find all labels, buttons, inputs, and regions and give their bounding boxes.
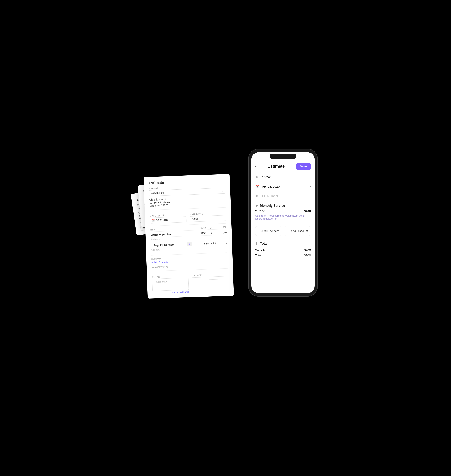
total-row-label: Total [255, 253, 262, 257]
add-discount-button[interactable]: + Add Discount [284, 226, 311, 236]
service-description: Quisquam modi sapiente voluptatem velit … [255, 214, 311, 220]
card3-date-input[interactable]: 📅 03.06.2019 [150, 216, 186, 223]
item1-tax: 2% [217, 231, 227, 234]
date-row[interactable]: 📅 Apr 08, 2020 ▾ [251, 182, 315, 191]
service-block: 🗑 Monthly Service ⋮ 2 $100 $200 Quisquam… [251, 201, 315, 223]
trash-icon-service: 🗑 [255, 204, 258, 207]
service-price-row: 2 $100 $200 [255, 209, 311, 213]
notch [270, 154, 296, 160]
item1-name: Monthly Service [150, 232, 188, 237]
terms-row: Terms Placeholder Set default terms Invo… [152, 271, 229, 294]
card3-estimate-input[interactable]: 22996 [189, 215, 226, 222]
card3-date-estimate-row: Date Issue 📅 03.06.2019 Estimate # 22996 [150, 210, 226, 223]
action-buttons: + Add Line Item + Add Discount [251, 223, 315, 239]
item2-tax: 7$ [219, 241, 227, 244]
estimate-number-value: 13057 [262, 175, 311, 179]
set-default-link[interactable]: Set default terms [152, 291, 189, 294]
chevron-down-icon: ▾ [310, 185, 311, 188]
total-header: 🗑 Total [255, 242, 311, 245]
total-row: Total $200 [255, 253, 311, 258]
service-more-button[interactable]: ⋮ [307, 204, 311, 208]
subtotal-row-value: $200 [304, 248, 311, 252]
estimate-number-row: ⊞ 13057 [251, 172, 315, 182]
service-header-left: 🗑 Monthly Service [255, 204, 285, 208]
total-row-value: $200 [304, 253, 311, 257]
total-title: Total [260, 242, 268, 245]
add-line-item-button[interactable]: + Add Line Item [255, 226, 282, 236]
plus-icon-line: + [258, 229, 260, 233]
back-button[interactable]: ‹ [255, 164, 257, 169]
save-button[interactable]: Save [296, 163, 311, 170]
notch-bar [251, 152, 315, 160]
invoice-total-label: INVOICE TOTAL [151, 264, 228, 269]
plus-icon-discount: + [151, 261, 153, 264]
subtotal-row: Subtotal $200 [255, 248, 311, 253]
card3-date-field: Date Issue 📅 03.06.2019 [150, 211, 186, 223]
scene: Estimate Repeat With the job Chris Mo...… [133, 141, 318, 336]
phone-content: ‹ Estimate Save ⊞ 13057 📅 Apr 08, 2020 ▾ [251, 160, 315, 293]
hash-icon-2: ⊞ [255, 194, 260, 198]
item2-dropdown[interactable]: ▾ [187, 242, 192, 246]
date-value: Apr 08, 2020 [262, 185, 307, 188]
trash-icon-total: 🗑 [255, 242, 258, 245]
desktop-card-3: Estimate Repeat With the job ⇅ Chris Mor… [143, 174, 234, 298]
service-qty-price: 2 $100 [255, 209, 265, 213]
card3-estimate-field: Estimate # 22996 [189, 210, 226, 222]
item2-name: Regular Service [153, 242, 187, 247]
phone-title: Estimate [268, 164, 285, 169]
phone-screen: ‹ Estimate Save ⊞ 13057 📅 Apr 08, 2020 ▾ [251, 152, 315, 293]
service-name: Monthly Service [260, 204, 285, 208]
po-number-row[interactable]: ⊞ PO Number [251, 191, 315, 201]
service-total: $200 [304, 209, 311, 213]
add-line-item-label: Add Line Item [262, 229, 279, 232]
calendar-icon-phone: 📅 [255, 185, 260, 188]
invoice-right-field: Invoice [192, 271, 228, 280]
card3-client: Chris Moreschi 10756 NE 4th Ave Miami FL… [149, 195, 226, 207]
phone-wrapper: ‹ Estimate Save ⊞ 13057 📅 Apr 08, 2020 ▾ [248, 149, 318, 297]
plus-icon-discount-btn: + [287, 229, 289, 233]
subtotal-row-label: Subtotal [255, 248, 266, 252]
col-header-item: ITEM [150, 227, 188, 231]
card3-title: Estimate [149, 178, 225, 185]
invoice-right-input[interactable] [192, 276, 228, 280]
po-number-placeholder: PO Number [262, 194, 278, 198]
hash-icon-1: ⊞ [255, 175, 260, 179]
drag-icon-2: ≡ [151, 244, 152, 247]
terms-placeholder: Placeholder [154, 280, 167, 283]
phone-header: ‹ Estimate Save [251, 160, 315, 172]
item1-cost: $150 [188, 232, 206, 235]
item1-qty: 2 [206, 231, 217, 235]
item2-qty: - 1 + [208, 241, 219, 245]
terms-input[interactable]: Placeholder [152, 277, 189, 291]
chevron-up-down-icon: ⇅ [221, 189, 223, 192]
calendar-icon-3: 📅 [151, 219, 155, 222]
col-header-qty: QTY [206, 226, 217, 229]
service-header: 🗑 Monthly Service ⋮ [255, 204, 311, 208]
total-block: 🗑 Total Subtotal $200 Total $200 [251, 239, 315, 261]
col-header-cost: COST [187, 227, 206, 230]
phone-device: ‹ Estimate Save ⊞ 13057 📅 Apr 08, 2020 ▾ [248, 149, 318, 297]
item2-cost: $80 [192, 242, 209, 245]
col-header-tax: TAX [217, 226, 227, 228]
add-discount-label: Add Discount [291, 229, 308, 232]
terms-field: Terms Placeholder Set default terms [152, 272, 189, 294]
